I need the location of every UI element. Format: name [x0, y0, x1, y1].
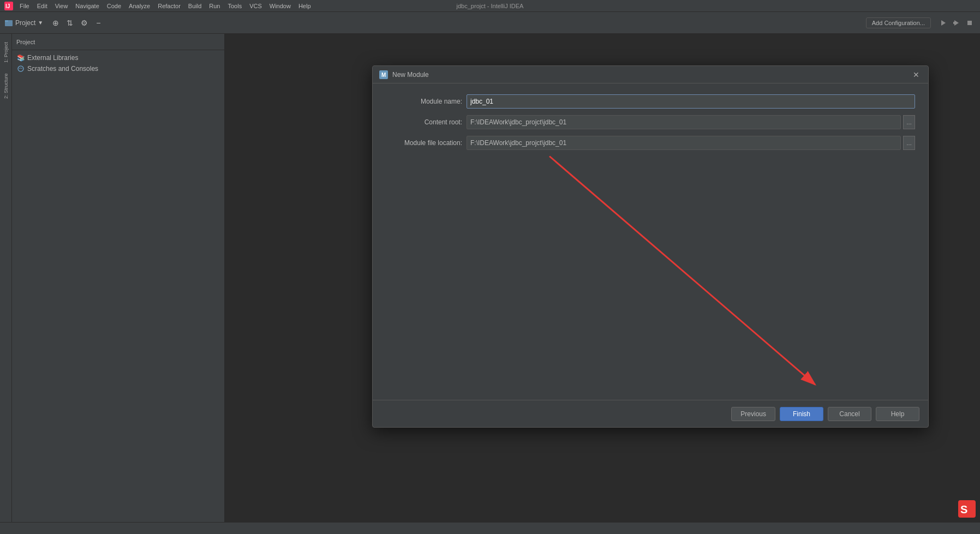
new-module-dialog: M New Module ✕ Module name: Content root… [372, 65, 929, 428]
run-button[interactable] [937, 17, 949, 29]
side-icon-strip: 1: Project 2: Structure [0, 34, 12, 534]
project-tree: 📚 External Libraries Scratches and Conso… [12, 50, 224, 534]
content-area: M New Module ✕ Module name: Content root… [225, 34, 980, 534]
previous-button[interactable]: Previous [731, 407, 775, 421]
module-file-location-input-wrap: … [467, 136, 915, 150]
menu-code[interactable]: Code [104, 2, 124, 10]
dialog-body: Module name: Content root: … Module file… [373, 83, 928, 400]
snyk-icon: S [958, 500, 976, 518]
svg-text:IJ: IJ [5, 3, 10, 9]
menu-help[interactable]: Help [295, 2, 314, 10]
external-libraries-label: External Libraries [27, 54, 78, 62]
finish-button[interactable]: Finish [780, 407, 823, 421]
sidebar-item-structure[interactable]: 2: Structure [1, 70, 11, 103]
module-file-location-browse-button[interactable]: … [903, 136, 915, 150]
module-file-location-row: Module file location: … [386, 136, 915, 150]
menu-analyze[interactable]: Analyze [126, 2, 153, 10]
content-root-row: Content root: … [386, 115, 915, 129]
module-file-location-label: Module file location: [386, 139, 462, 147]
gear-icon-btn[interactable]: ⚙ [78, 17, 90, 29]
dialog-close-button[interactable]: ✕ [911, 69, 922, 80]
module-name-row: Module name: [386, 94, 915, 109]
svg-rect-7 [967, 21, 972, 25]
project-panel-title: Project [16, 39, 35, 45]
content-root-browse-button[interactable]: … [903, 115, 915, 129]
project-dropdown-icon[interactable]: ▼ [38, 20, 43, 26]
run-controls [937, 17, 976, 29]
minus-icon: − [96, 19, 100, 27]
menu-build[interactable]: Build [185, 2, 205, 10]
add-configuration-button[interactable]: Add Configuration... [866, 17, 931, 28]
dialog-titlebar: M New Module ✕ [373, 66, 928, 83]
menu-window[interactable]: Window [266, 2, 294, 10]
title-bar: IJ File Edit View Navigate Code Analyze … [0, 0, 980, 12]
compass-icon-btn[interactable]: ⊕ [50, 17, 62, 29]
cancel-button[interactable]: Cancel [828, 407, 871, 421]
svg-rect-3 [5, 20, 8, 22]
main-layout: 1: Project 2: Structure Project 📚 Extern… [0, 34, 980, 534]
menu-edit[interactable]: Edit [34, 2, 51, 10]
content-root-label: Content root: [386, 118, 462, 126]
module-file-location-input[interactable] [467, 136, 901, 150]
window-title: jdbc_projct - IntelliJ IDEA [457, 3, 524, 9]
tree-item-external-libraries[interactable]: 📚 External Libraries [14, 52, 222, 63]
dialog-footer: Previous Finish Cancel Help [373, 400, 928, 427]
svg-marker-5 [954, 20, 959, 26]
module-name-input-wrap [467, 94, 915, 109]
svg-marker-4 [941, 20, 946, 26]
menu-bar: File Edit View Navigate Code Analyze Ref… [16, 2, 314, 10]
svg-point-8 [18, 66, 23, 71]
menu-refactor[interactable]: Refactor [154, 2, 184, 10]
scratches-label: Scratches and Consoles [27, 65, 98, 73]
external-libraries-icon: 📚 [16, 53, 25, 62]
svg-rect-6 [953, 22, 954, 24]
filter-icon-btn[interactable]: ⇅ [64, 17, 76, 29]
help-button[interactable]: Help [876, 407, 919, 421]
run-icon [940, 19, 947, 27]
debug-icon [953, 19, 960, 27]
module-name-label: Module name: [386, 98, 462, 105]
svg-text:M: M [381, 72, 386, 78]
compass-icon: ⊕ [52, 19, 59, 27]
stop-icon [966, 20, 973, 26]
filter-icon: ⇅ [67, 19, 73, 27]
sidebar-item-project[interactable]: 1: Project [1, 36, 11, 69]
status-bar [0, 522, 980, 534]
main-toolbar: Project ▼ ⊕ ⇅ ⚙ − Add Configuration... [0, 12, 980, 34]
add-config-label: Add Configuration... [872, 20, 925, 26]
svg-text:S: S [960, 503, 967, 515]
dialog-title-icon: M [379, 70, 388, 79]
menu-run[interactable]: Run [206, 2, 223, 10]
app-logo: IJ [4, 2, 13, 10]
gear-icon: ⚙ [81, 19, 88, 27]
menu-tools[interactable]: Tools [224, 2, 245, 10]
project-panel: Project 📚 External Libraries Scratches a… [12, 34, 225, 534]
project-icon [4, 19, 13, 27]
module-name-input[interactable] [467, 94, 915, 109]
content-root-input[interactable] [467, 115, 901, 129]
scratches-icon [16, 64, 25, 73]
content-root-input-wrap: … [467, 115, 915, 129]
stop-button[interactable] [964, 17, 976, 29]
project-label: Project ▼ [4, 19, 43, 27]
minimize-panel-btn[interactable]: − [92, 17, 104, 29]
menu-navigate[interactable]: Navigate [72, 2, 102, 10]
project-panel-header: Project [12, 34, 224, 50]
tree-item-scratches[interactable]: Scratches and Consoles [14, 63, 222, 74]
menu-view[interactable]: View [52, 2, 71, 10]
menu-file[interactable]: File [16, 2, 33, 10]
dialog-title: New Module [392, 71, 911, 79]
debug-button[interactable] [951, 17, 963, 29]
project-name: Project [15, 19, 35, 27]
menu-vcs[interactable]: VCS [246, 2, 265, 10]
